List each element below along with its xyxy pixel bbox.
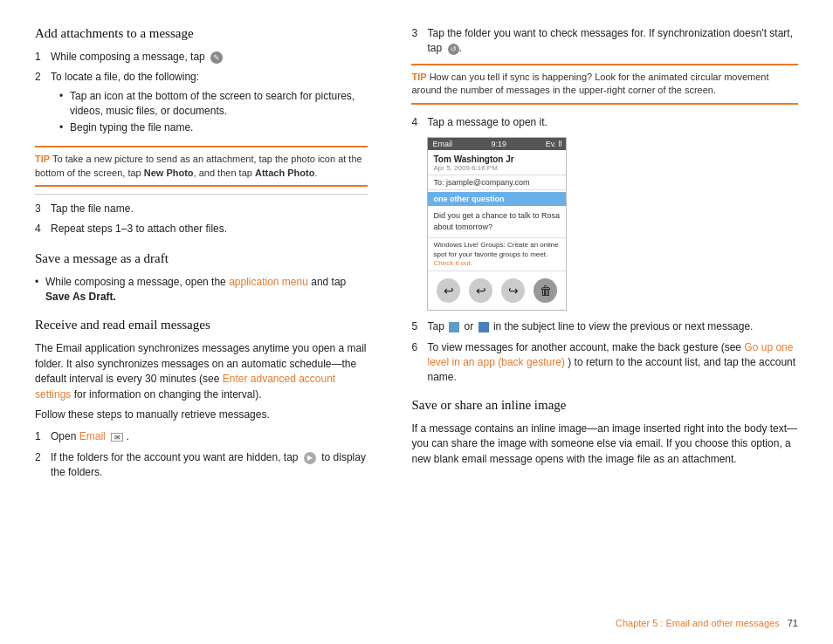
step-num-3: 3 bbox=[35, 202, 51, 216]
step-num-1: 1 bbox=[35, 50, 51, 65]
phone-contact: Tom Washington Jr Apr 5, 2009 6:16 PM bbox=[428, 150, 566, 175]
right-step-6-text: To view messages for another account, ma… bbox=[427, 340, 798, 386]
section-receive-read: Receive and read email messages The Emai… bbox=[35, 318, 368, 480]
phone-screenshot-container: Email 9:19 Ev. ll Tom Washington Jr Apr … bbox=[427, 137, 798, 311]
phone-bar-left: Email bbox=[432, 140, 452, 148]
save-draft-text: While composing a message, open the appl… bbox=[45, 275, 368, 305]
bullet-item-2: • Begin typing the file name. bbox=[59, 120, 368, 135]
phone-subject: one other question bbox=[428, 192, 566, 206]
heading-save-draft: Save a message as a draft bbox=[35, 251, 368, 266]
contact-name: Tom Washington Jr bbox=[433, 154, 561, 164]
receive-step-2: 2 If the folders for the account you wan… bbox=[35, 450, 368, 481]
receive-step-num-1: 1 bbox=[35, 429, 51, 444]
right-step-3: 3 Tap the folder you want to check messa… bbox=[411, 26, 798, 57]
receive-para-2: Follow these steps to manually retrieve … bbox=[35, 408, 368, 422]
application-menu-link[interactable]: application menu bbox=[229, 276, 308, 288]
phone-screenshot: Email 9:19 Ev. ll Tom Washington Jr Apr … bbox=[427, 137, 567, 311]
tip-2-text: How can you tell if sync is happening? L… bbox=[411, 72, 768, 95]
receive-step-2-text: If the folders for the account you want … bbox=[51, 450, 368, 481]
bullet-list: • Tap an icon at the bottom of the scree… bbox=[59, 89, 368, 135]
receive-step-num-2: 2 bbox=[35, 450, 51, 481]
phone-body: Did you get a chance to talk to Rosa abo… bbox=[428, 208, 566, 235]
nav-right-icon bbox=[478, 322, 489, 332]
right-column: 3 Tap the folder you want to check messa… bbox=[394, 26, 798, 627]
section-save-draft: Save a message as a draft • While compos… bbox=[35, 251, 368, 305]
heading-add-attachments: Add attachments to a message bbox=[35, 26, 368, 41]
receive-para-1: The Email application synchronizes messa… bbox=[35, 341, 368, 402]
reply-all-btn[interactable]: ↩ bbox=[469, 278, 492, 303]
phone-ad: Windows Live! Groups: Create an online s… bbox=[428, 237, 566, 271]
section-add-attachments: Add attachments to a message 1 While com… bbox=[35, 26, 368, 237]
contact-date: Apr 5, 2009 6:16 PM bbox=[433, 164, 561, 172]
bullet-item-1: • Tap an icon at the bottom of the scree… bbox=[59, 89, 368, 119]
bullet-dot-draft: • bbox=[35, 275, 45, 305]
page: Add attachments to a message 1 While com… bbox=[0, 0, 833, 644]
right-step-6: 6 To view messages for another account, … bbox=[411, 340, 798, 386]
right-step-num-6: 6 bbox=[411, 340, 427, 386]
right-step-3-text: Tap the folder you want to check message… bbox=[427, 26, 798, 57]
phone-bar-signal: Ev. ll bbox=[546, 140, 562, 148]
heading-inline-image: Save or share an inline image bbox=[411, 398, 798, 413]
step-1: 1 While composing a message, tap ✎ bbox=[35, 50, 368, 65]
right-step-4-text: Tap a message to open it. bbox=[427, 115, 798, 130]
right-step-num-4: 4 bbox=[411, 115, 427, 130]
step-num-4: 4 bbox=[35, 222, 51, 236]
right-step-5-text: Tap or in the subject line to view the p… bbox=[427, 319, 798, 334]
save-draft-bullet: • While composing a message, open the ap… bbox=[35, 275, 368, 305]
sync-icon: ↺ bbox=[448, 44, 459, 55]
step-3: 3 Tap the file name. bbox=[35, 202, 368, 216]
tip-box-1: TIP To take a new picture to send as an … bbox=[35, 146, 368, 187]
right-step-num-5: 5 bbox=[411, 319, 427, 334]
footer-page-num: 71 bbox=[788, 618, 798, 628]
section-inline-image: Save or share an inline image If a messa… bbox=[411, 398, 798, 467]
tip-label-1: TIP bbox=[35, 154, 50, 164]
right-step-4: 4 Tap a message to open it. bbox=[411, 115, 798, 130]
tip-bold-attach-photo: Attach Photo bbox=[255, 168, 314, 178]
phone-bar-time: 9:19 bbox=[492, 140, 507, 148]
reply-btn[interactable]: ↩ bbox=[437, 278, 460, 303]
bullet-dot-2: • bbox=[59, 120, 70, 135]
play-icon: ▶ bbox=[304, 452, 316, 464]
footer-chapter: Chapter 5 : Email and other messages bbox=[616, 618, 780, 628]
right-step-num-3: 3 bbox=[411, 26, 427, 57]
step-4-text: Repeat steps 1–3 to attach other files. bbox=[51, 222, 368, 236]
forward-btn[interactable]: ↪ bbox=[501, 278, 525, 303]
email-link[interactable]: Email bbox=[79, 430, 106, 442]
email-icon: ✉ bbox=[111, 433, 123, 442]
footer: Chapter 5 : Email and other messages 71 bbox=[616, 618, 798, 628]
tip-label-2: TIP bbox=[411, 72, 426, 82]
phone-actions: ↩ ↩ ↪ 🗑 bbox=[428, 271, 566, 310]
right-step-5: 5 Tap or in the subject line to view the… bbox=[411, 319, 798, 334]
receive-step-1: 1 Open Email ✉ . bbox=[35, 429, 368, 444]
divider-1 bbox=[35, 194, 368, 195]
tip-box-2: TIP How can you tell if sync is happenin… bbox=[411, 64, 798, 105]
phone-ad-link[interactable]: Check it out. bbox=[433, 259, 472, 267]
step-2-text: To locate a file, do the following: • Ta… bbox=[51, 70, 368, 139]
bullet-dot-1: • bbox=[59, 89, 70, 119]
step-3-text: Tap the file name. bbox=[51, 202, 368, 216]
left-column: Add attachments to a message 1 While com… bbox=[35, 26, 394, 627]
receive-step-1-text: Open Email ✉ . bbox=[51, 429, 368, 444]
heading-receive-read: Receive and read email messages bbox=[35, 318, 368, 332]
compose-icon: ✎ bbox=[210, 51, 223, 64]
phone-bar: Email 9:19 Ev. ll bbox=[428, 138, 566, 150]
step-num-2: 2 bbox=[35, 70, 51, 139]
tip-bold-new-photo: New Photo bbox=[144, 168, 194, 178]
delete-btn[interactable]: 🗑 bbox=[534, 278, 557, 303]
step-2: 2 To locate a file, do the following: • … bbox=[35, 70, 368, 139]
inline-image-para: If a message contains an inline image—an… bbox=[411, 421, 798, 467]
step-4: 4 Repeat steps 1–3 to attach other files… bbox=[35, 222, 368, 236]
step-1-text: While composing a message, tap ✎ bbox=[51, 50, 368, 65]
save-as-draft-label: Save As Draft. bbox=[45, 291, 116, 303]
phone-to: To: jsample@company.com bbox=[428, 175, 566, 190]
nav-left-icon bbox=[449, 322, 459, 332]
